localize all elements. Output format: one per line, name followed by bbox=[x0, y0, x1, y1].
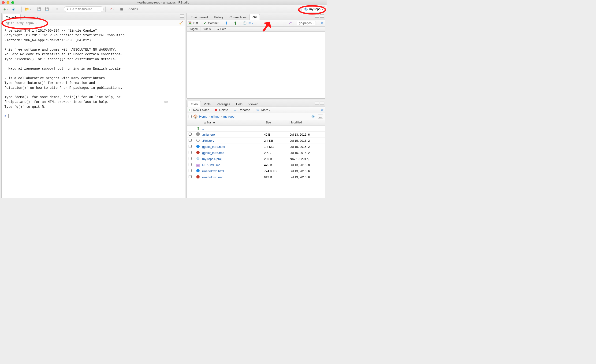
addins-button[interactable]: Addins ▾ bbox=[127, 6, 141, 12]
file-row[interactable]: rmarkdown.rmd913 BJul 13, 2016, 6 bbox=[187, 174, 325, 180]
file-row[interactable]: .gitignore40 BJul 13, 2016, 6 bbox=[187, 132, 325, 138]
home-icon[interactable]: 🏠 bbox=[193, 114, 198, 119]
file-row[interactable]: ggplot_intro.rmd2 KBJul 15, 2016, 2 bbox=[187, 150, 325, 156]
files-refresh-icon[interactable]: ⟳ bbox=[321, 108, 324, 112]
file-modified: Nov 19, 2017, bbox=[290, 157, 325, 161]
push-button[interactable]: ⬆ bbox=[234, 21, 237, 26]
open-file-button[interactable]: 📂▾ bbox=[23, 6, 32, 12]
breadcrumb-myrepo[interactable]: my-repo bbox=[223, 115, 235, 118]
col-status[interactable]: Status bbox=[201, 27, 215, 31]
file-icon bbox=[194, 139, 202, 143]
pane-maximize-button[interactable] bbox=[320, 14, 324, 18]
file-checkbox[interactable] bbox=[189, 157, 192, 160]
breadcrumb-github[interactable]: github bbox=[211, 115, 219, 118]
file-row[interactable]: ⬆.. bbox=[187, 126, 325, 132]
window-minimize-button[interactable] bbox=[7, 1, 9, 4]
file-checkbox[interactable] bbox=[189, 151, 192, 154]
select-all-checkbox[interactable] bbox=[189, 115, 192, 118]
diff-icon bbox=[188, 22, 191, 25]
tab-viewer[interactable]: Viewer bbox=[246, 101, 261, 107]
file-icon: ⬆ bbox=[194, 126, 202, 131]
grid-button[interactable]: ▦▾ bbox=[119, 6, 126, 12]
file-name[interactable]: my-repo.Rproj bbox=[202, 157, 264, 161]
pane-minimize-button[interactable] bbox=[315, 14, 319, 18]
branch-select[interactable]: gh-pages ▾ bbox=[297, 21, 316, 25]
file-name[interactable]: .Rhistory bbox=[202, 139, 264, 142]
file-name[interactable]: .gitignore bbox=[202, 133, 264, 136]
file-row[interactable]: MDREADME.md475 BJul 13, 2016, 8 bbox=[187, 162, 325, 168]
tab-plots[interactable]: Plots bbox=[201, 101, 214, 107]
file-checkbox[interactable] bbox=[189, 169, 192, 172]
commit-button[interactable]: Commit bbox=[208, 21, 219, 25]
tab-terminal[interactable]: Terminal ▾ bbox=[21, 14, 41, 20]
col-path[interactable]: ▲ Path bbox=[215, 27, 325, 31]
diff-button[interactable]: Diff bbox=[193, 21, 198, 25]
new-file-button[interactable]: ＋▾ bbox=[1, 6, 10, 12]
file-checkbox[interactable] bbox=[189, 175, 192, 178]
save-button[interactable]: 💾 bbox=[36, 6, 42, 12]
pane-maximize-button[interactable] bbox=[320, 101, 324, 104]
goto-project-dir-icon[interactable] bbox=[312, 115, 315, 118]
tab-packages[interactable]: Packages bbox=[214, 101, 233, 107]
addins-label: Addins bbox=[128, 7, 138, 11]
file-name[interactable]: rmarkdown.rmd bbox=[202, 175, 264, 179]
delete-icon: ✖ bbox=[215, 108, 217, 112]
file-name[interactable]: rmarkdown.html bbox=[202, 169, 264, 173]
pane-minimize-button[interactable] bbox=[315, 101, 319, 104]
tab-help[interactable]: Help bbox=[233, 101, 246, 107]
more-button[interactable]: More ▾ bbox=[261, 108, 270, 112]
project-menu[interactable]: my-repo ▾ bbox=[302, 6, 325, 12]
file-size: 1.4 MB bbox=[264, 145, 290, 149]
file-checkbox[interactable] bbox=[189, 163, 192, 166]
go-to-dir-icon[interactable]: ⇨ bbox=[36, 21, 37, 25]
pull-button[interactable]: ⬇ bbox=[224, 21, 228, 26]
tab-history[interactable]: History bbox=[211, 14, 226, 20]
pane-popout-button[interactable] bbox=[180, 14, 184, 18]
tab-environment[interactable]: Environment bbox=[188, 14, 211, 20]
goto-icon: ➤ bbox=[66, 7, 69, 11]
tab-connections[interactable]: Connections bbox=[227, 14, 250, 20]
col-name[interactable]: ▲ Name bbox=[202, 121, 264, 124]
tab-files[interactable]: Files bbox=[188, 101, 201, 107]
window-close-button[interactable] bbox=[2, 1, 5, 4]
console-output[interactable]: R version 3.4.1 (2017-06-30) -- "Single … bbox=[2, 26, 185, 198]
save-all-button[interactable]: 💾 bbox=[44, 6, 50, 12]
new-branch-icon[interactable]: ⎇ bbox=[288, 21, 292, 25]
col-staged[interactable]: Staged bbox=[187, 27, 201, 31]
more-path-button[interactable]: … bbox=[318, 115, 323, 119]
history-clock-icon[interactable]: 🕘 bbox=[243, 21, 246, 25]
file-name[interactable]: README.md bbox=[202, 163, 264, 167]
goto-input[interactable] bbox=[70, 7, 101, 11]
breadcrumb-home[interactable]: Home bbox=[199, 115, 207, 118]
console-path-bar: ~/github/my-repo/ ⇨ 🧹 bbox=[2, 20, 185, 26]
file-name[interactable]: ggplot_intro.rmd bbox=[202, 151, 264, 155]
file-row[interactable]: .Rhistory2.4 KBJul 15, 2016, 2 bbox=[187, 138, 325, 144]
file-checkbox[interactable] bbox=[189, 139, 192, 142]
tab-console[interactable]: Console bbox=[3, 14, 21, 20]
file-row[interactable]: my-repo.Rproj205 BNov 19, 2017, bbox=[187, 156, 325, 162]
file-row[interactable]: ggplot_intro.html1.4 MBJul 15, 2016, 2 bbox=[187, 144, 325, 150]
goto-file-function[interactable]: ➤ bbox=[64, 6, 104, 12]
tab-git[interactable]: Git bbox=[250, 14, 260, 20]
refresh-git-icon[interactable]: ⟳ bbox=[321, 21, 324, 25]
col-modified[interactable]: Modified bbox=[290, 121, 325, 124]
file-checkbox[interactable] bbox=[189, 133, 192, 136]
window-zoom-button[interactable] bbox=[11, 1, 14, 4]
file-checkbox[interactable] bbox=[189, 145, 192, 148]
file-size: 2.4 KB bbox=[264, 139, 290, 142]
files-breadcrumb: 🏠 Home › github › my-repo … bbox=[187, 113, 325, 120]
print-button[interactable]: 🖨 bbox=[54, 6, 60, 12]
rename-button[interactable]: Rename bbox=[238, 108, 250, 112]
new-project-button[interactable]: ＋ bbox=[11, 6, 19, 12]
vcs-menu-button[interactable]: ⎇▾ bbox=[108, 6, 115, 12]
delete-button[interactable]: Delete bbox=[219, 108, 228, 112]
clear-console-icon[interactable]: 🧹 bbox=[179, 21, 183, 25]
new-folder-button[interactable]: New Folder bbox=[193, 108, 209, 112]
file-size: 40 B bbox=[264, 133, 290, 136]
file-icon bbox=[194, 132, 202, 137]
file-row[interactable]: rmarkdown.html774.9 KBJul 13, 2016, 6 bbox=[187, 168, 325, 174]
file-name[interactable]: .. bbox=[202, 127, 264, 130]
git-more-button[interactable]: ⚙▾ bbox=[248, 21, 253, 25]
file-name[interactable]: ggplot_intro.html bbox=[202, 145, 264, 149]
col-size[interactable]: Size bbox=[264, 121, 290, 124]
